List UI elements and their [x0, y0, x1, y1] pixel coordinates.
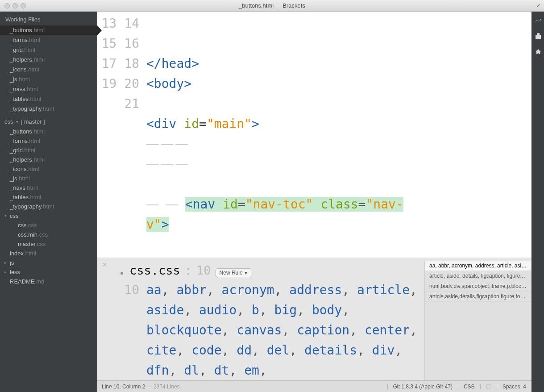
code-token: id	[223, 197, 238, 212]
code-token: v"	[146, 217, 162, 232]
code-token: =	[358, 197, 366, 212]
close-icon[interactable]: ×	[103, 261, 107, 269]
git-branch-label: [ master ]	[21, 118, 45, 125]
working-file-item[interactable]: _buttons.html	[0, 25, 97, 35]
code-token: >	[252, 117, 259, 131]
total-lines: — 2374 Lines	[145, 384, 179, 390]
code-token: =	[199, 117, 207, 131]
tree-file[interactable]: _tables.html	[0, 192, 97, 202]
fullscreen-icon[interactable]: ⤢	[536, 3, 540, 8]
dirty-indicator-icon	[120, 272, 123, 275]
tree-file[interactable]: css.css	[0, 221, 97, 230]
project-header[interactable]: css ▾ [ master ]	[0, 114, 97, 127]
working-files-header: Working Files	[0, 12, 97, 25]
inline-editor-header: css.css : 10 New Rule ▾	[97, 261, 424, 280]
rule-list-item[interactable]: article,aside,details,figcaption,figure,…	[425, 292, 532, 302]
window-title: _buttons.html — Brackets	[0, 2, 544, 9]
inline-code-area[interactable]: 10 aa, abbr, acronym, address, article, …	[97, 280, 424, 380]
working-file-item[interactable]: _navs.html	[0, 84, 97, 94]
extension-manager-icon[interactable]	[534, 32, 542, 42]
tree-file[interactable]: _icons.html	[0, 164, 97, 174]
working-files-list: _buttons.html_forms.html_grid.html_helpe…	[0, 25, 97, 114]
project-name: css	[4, 118, 13, 125]
rule-list-item[interactable]: article, aside, details, figcaption, fig…	[425, 271, 532, 281]
editor-gutter: 13 14 15 16 17 18 19 20 21	[97, 12, 146, 258]
tree-file[interactable]: _buttons.html	[0, 127, 97, 136]
tree-file[interactable]: index.html	[0, 249, 97, 258]
extensions-rail	[532, 12, 544, 392]
code-token: </head>	[146, 56, 199, 71]
working-file-item[interactable]: _forms.html	[0, 35, 97, 45]
new-rule-button[interactable]: New Rule ▾	[216, 268, 251, 277]
inline-gutter: 10	[97, 280, 146, 380]
file-tree: _buttons.html_forms.html_grid.html_helpe…	[0, 127, 97, 286]
working-file-item[interactable]: _grid.html	[0, 45, 97, 55]
tree-file[interactable]: master.css	[0, 239, 97, 249]
inline-css-editor: × css.css : 10 New Rule ▾ 10 aa, abbr, a…	[97, 258, 532, 380]
settings-icon[interactable]	[534, 48, 542, 58]
code-token: "main"	[207, 117, 252, 131]
working-file-item[interactable]: _helpers.html	[0, 55, 97, 65]
code-token: <div	[146, 117, 184, 131]
working-file-item[interactable]: _typography.html	[0, 104, 97, 114]
tree-file[interactable]: _navs.html	[0, 183, 97, 192]
code-fold-marker[interactable]: —— ——	[146, 197, 185, 212]
cursor-position[interactable]: Line 10, Column 2	[102, 384, 145, 390]
tree-folder[interactable]: css	[0, 211, 97, 221]
tree-file[interactable]: css.min.css	[0, 230, 97, 239]
tree-file[interactable]: _helpers.html	[0, 155, 97, 164]
working-file-item[interactable]: _icons.html	[0, 65, 97, 75]
tree-file[interactable]: README.md	[0, 277, 97, 286]
code-fold-marker[interactable]: —— —— ——	[146, 137, 185, 151]
zoom-window-icon[interactable]	[21, 3, 26, 8]
chevron-down-icon: ▾	[245, 270, 247, 276]
inline-selectors[interactable]: aa, abbr, acronym, address, article, asi…	[146, 280, 424, 380]
status-bar: Line 10, Column 2 — 2374 Lines Git 1.8.3…	[97, 380, 532, 392]
live-preview-icon[interactable]	[534, 16, 542, 26]
rule-list: aa, abbr, acronym, address, article, asi…	[424, 261, 532, 380]
code-token: >	[162, 217, 169, 232]
working-file-item[interactable]: _js.html	[0, 75, 97, 84]
sidebar: Working Files _buttons.html_forms.html_g…	[0, 12, 97, 392]
tree-file[interactable]: _js.html	[0, 174, 97, 183]
language-mode[interactable]: CSS	[458, 384, 480, 390]
tree-folder[interactable]: js	[0, 258, 97, 267]
indent-setting[interactable]: Spaces: 4	[497, 384, 532, 390]
code-token: <nav	[185, 197, 223, 212]
code-token: "nav-	[365, 197, 403, 212]
code-token: <body>	[146, 76, 191, 91]
main-editor[interactable]: 13 14 15 16 17 18 19 20 21 </head> <body…	[97, 12, 532, 258]
code-token: class	[320, 197, 358, 212]
rule-list-item[interactable]: html,body,div,span,object,iframe,p,block…	[425, 281, 532, 292]
git-status[interactable]: Git 1.8.3.4 (Apple Git-47)	[387, 384, 458, 390]
lint-status-icon[interactable]	[480, 384, 497, 389]
close-window-icon[interactable]	[4, 3, 10, 8]
chevron-down-icon: ▾	[16, 120, 18, 124]
window-controls[interactable]	[4, 3, 26, 8]
rule-list-item[interactable]: aa, abbr, acronym, address, article, asi…	[425, 261, 532, 271]
inline-filename[interactable]: css.css	[129, 263, 180, 277]
inline-line-number: 10	[196, 263, 211, 277]
tree-folder[interactable]: less	[0, 267, 97, 277]
editor-code[interactable]: </head> <body> <div id="main"> —— —— —— …	[146, 12, 532, 258]
tree-file[interactable]: _typography.html	[0, 202, 97, 211]
code-token: =	[238, 197, 245, 212]
inline-colon: :	[185, 263, 192, 277]
titlebar: _buttons.html — Brackets ⤢	[0, 0, 544, 12]
code-token: "nav-toc"	[245, 197, 313, 212]
minimize-window-icon[interactable]	[12, 3, 18, 8]
code-token: id	[184, 117, 199, 131]
code-token	[313, 197, 320, 212]
working-file-item[interactable]: _tables.html	[0, 94, 97, 104]
tree-file[interactable]: _forms.html	[0, 136, 97, 146]
code-fold-marker[interactable]: —— —— ——	[146, 157, 185, 171]
tree-file[interactable]: _grid.html	[0, 146, 97, 155]
